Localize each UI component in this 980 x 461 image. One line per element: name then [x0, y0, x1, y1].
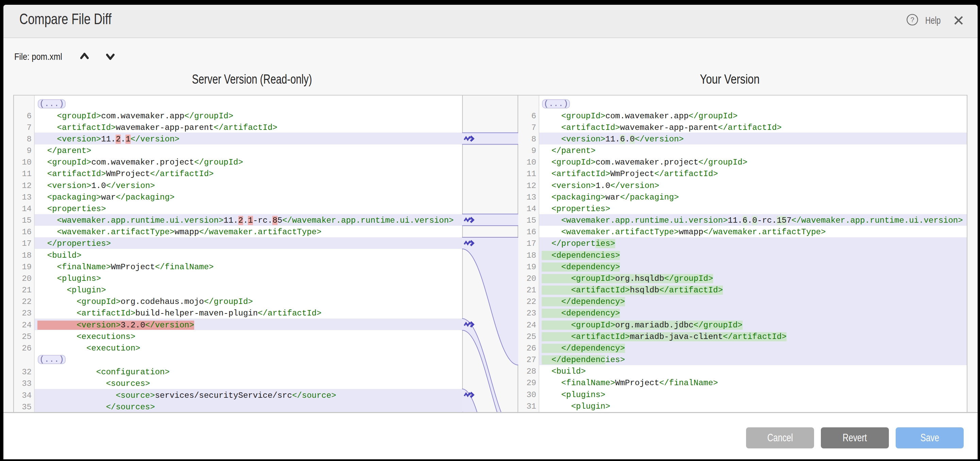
svg-text:?: ? [910, 16, 914, 24]
